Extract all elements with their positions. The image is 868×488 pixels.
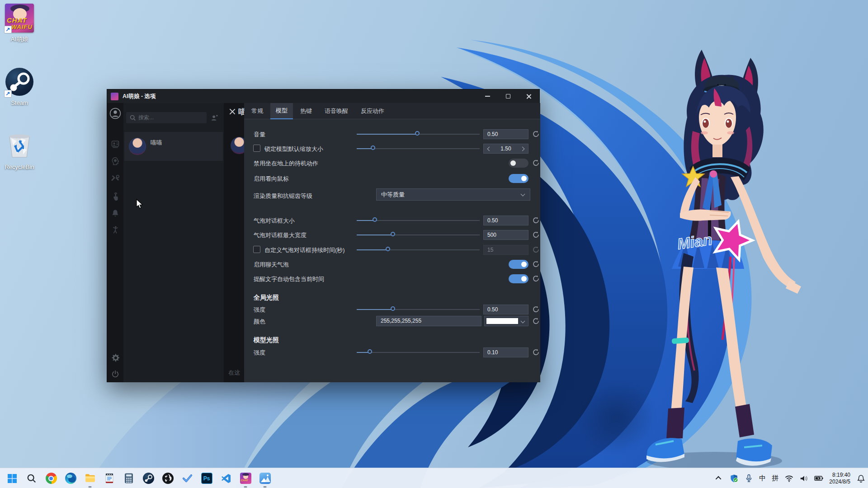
minimize-button[interactable] xyxy=(477,89,498,103)
bubble-size-value[interactable]: 0.50 xyxy=(483,216,528,225)
enable-chat-bubble-toggle[interactable] xyxy=(509,260,528,269)
notepad-app-icon[interactable] xyxy=(104,473,115,484)
start-button[interactable] xyxy=(6,473,18,484)
color-swatch-dropdown[interactable] xyxy=(484,316,528,326)
render-quality-dropdown[interactable]: 中等质量 xyxy=(376,188,530,201)
steam-taskbar-icon[interactable] xyxy=(142,473,154,484)
color-value-input[interactable]: 255,255,255,255 xyxy=(376,316,481,326)
model-intensity-slider[interactable] xyxy=(357,347,480,358)
file-explorer-icon[interactable] xyxy=(84,473,96,484)
model-intensity-label: 强度 xyxy=(254,349,265,357)
desktop-icon-steam[interactable]: ↗ Steam xyxy=(0,68,39,106)
close-button[interactable] xyxy=(519,89,539,103)
anime-character[interactable]: Mian xyxy=(642,41,805,474)
contacts-icon[interactable] xyxy=(111,140,120,149)
reset-icon[interactable] xyxy=(532,275,540,282)
chat-close-icon[interactable] xyxy=(229,108,236,114)
model-intensity-value[interactable]: 0.10 xyxy=(483,347,528,357)
reset-icon[interactable] xyxy=(532,348,540,356)
calculator-icon[interactable] xyxy=(123,473,135,484)
tab-general[interactable]: 常规 xyxy=(246,103,269,119)
desktop: Mian CHAT WAIFU ↗ AI萌娘 xyxy=(0,0,868,488)
slider-thumb[interactable] xyxy=(368,349,372,354)
slider-thumb[interactable] xyxy=(391,306,395,311)
global-intensity-value[interactable]: 0.50 xyxy=(483,305,528,314)
bell-icon[interactable] xyxy=(111,209,120,218)
tray-clock[interactable]: 8:19:40 2024/8/5 xyxy=(829,472,850,485)
slider-thumb[interactable] xyxy=(386,247,390,251)
scale-stepper[interactable]: 1.50 xyxy=(483,144,528,154)
desktop-icon-recycle-bin[interactable]: RecycleBin xyxy=(0,132,39,170)
lock-scale-checkbox[interactable] xyxy=(253,145,260,152)
chrome-icon[interactable] xyxy=(45,473,57,484)
bubble-max-width-slider[interactable] xyxy=(357,229,480,241)
volume-value[interactable]: 0.50 xyxy=(483,129,528,139)
touch-gesture-icon[interactable] xyxy=(111,192,120,202)
disable-sit-idle-toggle[interactable] xyxy=(509,159,528,168)
notification-bell-icon[interactable] xyxy=(856,474,865,483)
bubble-max-width-value[interactable]: 500 xyxy=(483,230,528,240)
vscode-icon[interactable] xyxy=(220,473,232,484)
tools-icon[interactable] xyxy=(111,174,120,183)
security-shield-icon[interactable] xyxy=(729,474,738,483)
slider-thumb[interactable] xyxy=(391,232,395,236)
stepper-increase-icon[interactable] xyxy=(520,147,525,151)
custom-duration-checkbox[interactable] xyxy=(253,246,260,253)
window-title: AI萌娘 - 选项 xyxy=(123,93,156,100)
contact-list-item[interactable]: 喵喵 xyxy=(124,132,223,161)
slider-thumb[interactable] xyxy=(415,131,420,136)
chat-input-placeholder-partial[interactable]: 在这 xyxy=(228,369,240,377)
chat-waifu-taskbar-icon[interactable]: CHAT xyxy=(240,473,251,484)
edge-icon[interactable] xyxy=(65,473,76,484)
tray-chevron-up-icon[interactable] xyxy=(714,474,723,483)
microphone-icon[interactable] xyxy=(744,474,753,483)
search-input[interactable]: 搜索... xyxy=(126,112,207,123)
obs-icon[interactable] xyxy=(162,473,174,484)
custom-duration-slider[interactable] xyxy=(357,244,480,256)
global-intensity-slider[interactable] xyxy=(357,304,480,315)
minimize-icon xyxy=(485,96,490,97)
taskbar-search-icon[interactable] xyxy=(26,473,38,484)
settings-gear-icon[interactable] xyxy=(111,353,120,362)
volume-slider[interactable] xyxy=(357,128,480,140)
app-icon xyxy=(111,93,118,100)
tab-model[interactable]: 模型 xyxy=(270,103,293,119)
photoshop-icon[interactable]: Ps xyxy=(201,473,212,484)
tab-reactions[interactable]: 反应动作 xyxy=(355,103,390,119)
window-titlebar[interactable]: AI萌娘 - 选项 xyxy=(107,89,539,103)
tab-voice-wake[interactable]: 语音唤醒 xyxy=(319,103,354,119)
ime-mode-indicator[interactable]: 拼 xyxy=(772,474,778,483)
profile-icon[interactable] xyxy=(109,108,121,119)
custom-duration-value[interactable]: 15 xyxy=(483,245,528,255)
reset-icon[interactable] xyxy=(532,159,540,167)
todo-check-icon[interactable] xyxy=(181,473,193,484)
photos-icon[interactable] xyxy=(259,473,271,484)
maximize-icon xyxy=(506,94,510,99)
reset-icon[interactable] xyxy=(532,317,540,325)
reset-icon[interactable] xyxy=(532,130,540,138)
power-icon[interactable] xyxy=(111,370,120,379)
add-contact-icon[interactable] xyxy=(210,114,218,122)
reminder-time-toggle[interactable] xyxy=(509,274,528,283)
slider-thumb[interactable] xyxy=(371,145,375,150)
ai-brain-icon[interactable] xyxy=(111,157,120,166)
slider-thumb[interactable] xyxy=(373,217,377,222)
speaker-icon[interactable] xyxy=(799,474,808,483)
stepper-decrease-icon[interactable] xyxy=(487,147,492,151)
scale-slider[interactable] xyxy=(357,143,480,155)
settings-panel: 常规 模型 热键 语音唤醒 反应动作 音量 0.50 锁定模型默认缩放大小 xyxy=(244,103,540,382)
reset-icon[interactable] xyxy=(532,231,540,239)
battery-icon[interactable] xyxy=(814,474,823,483)
maximize-button[interactable] xyxy=(498,89,519,103)
reset-icon[interactable] xyxy=(532,216,540,224)
pose-action-icon[interactable] xyxy=(111,225,120,235)
look-at-mouse-toggle[interactable] xyxy=(509,174,528,183)
reset-icon[interactable] xyxy=(532,305,540,313)
desktop-icon-chat-waifu[interactable]: CHAT WAIFU ↗ AI萌娘 xyxy=(0,4,39,43)
reset-icon[interactable] xyxy=(532,246,540,253)
ime-language-indicator[interactable]: 中 xyxy=(759,474,766,483)
tab-hotkeys[interactable]: 热键 xyxy=(295,103,317,119)
wifi-icon[interactable] xyxy=(784,474,793,483)
bubble-size-slider[interactable] xyxy=(357,215,480,226)
reset-icon[interactable] xyxy=(532,260,540,268)
